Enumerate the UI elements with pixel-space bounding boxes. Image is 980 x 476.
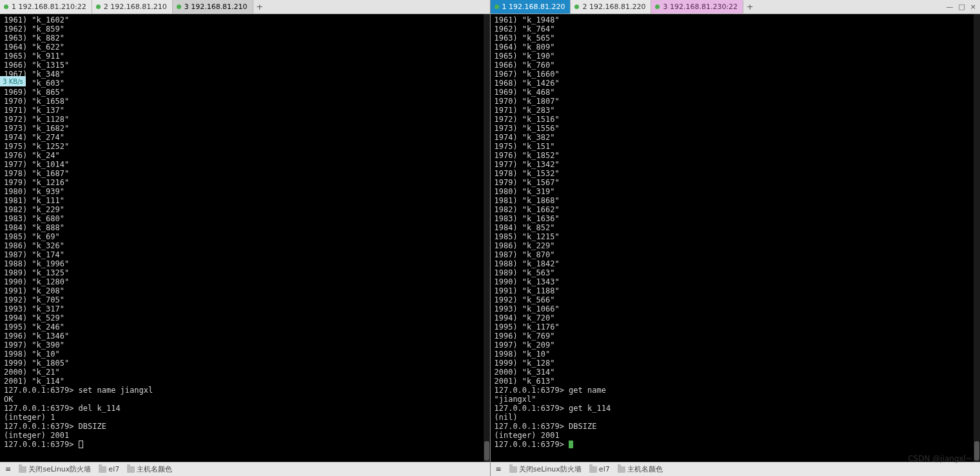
terminal-line: 1965) "k_911" xyxy=(4,52,490,61)
terminal-line: 1967) "k_348" xyxy=(4,70,490,79)
terminal-line: 1984) "k_888" xyxy=(4,223,490,232)
terminal-line: 1992) "k_705" xyxy=(4,295,490,304)
status-item[interactable]: el7 xyxy=(589,465,610,473)
terminal-line: 1973) "k_1682" xyxy=(4,124,490,133)
terminal-line: 1983) "k_680" xyxy=(4,214,490,223)
terminal-line: 1979) "k_1216" xyxy=(4,178,490,187)
terminal-line: 1999) "k_1805" xyxy=(4,359,490,368)
terminal-line: 1995) "k_246" xyxy=(4,322,490,332)
terminal-line: 1999) "k_128" xyxy=(495,359,981,368)
scrollbar[interactable] xyxy=(484,14,490,462)
terminal-line: 127.0.0.1:6379> get k_114 xyxy=(495,404,981,413)
tab-label: 3 192.168.81.210 xyxy=(184,3,248,11)
cursor-icon xyxy=(79,441,83,448)
hamburger-icon[interactable]: ≡ xyxy=(496,465,502,473)
tab-status-dot-icon xyxy=(655,5,660,9)
terminal-line: (integer) 1 xyxy=(4,413,490,422)
terminal-line: 1986) "k_326" xyxy=(4,241,490,250)
terminal-line: 1971) "k_283" xyxy=(495,106,981,115)
split-view: 1 192.168.81.210:222 192.168.81.2103 192… xyxy=(0,0,980,476)
tab[interactable]: 1 192.168.81.220 xyxy=(491,0,571,14)
folder-icon xyxy=(589,466,597,473)
terminal-line: 1977) "k_1014" xyxy=(4,160,490,169)
terminal-line: 1971) "k_137" xyxy=(4,106,490,115)
terminal-line: 1982) "k_229" xyxy=(4,205,490,214)
tab-label: 2 192.168.81.210 xyxy=(104,3,167,11)
tab-add-button[interactable]: + xyxy=(253,0,268,14)
folder-icon xyxy=(618,466,625,473)
tab-add-button[interactable]: + xyxy=(743,0,758,14)
terminal-line: 1994) "k_720" xyxy=(495,313,981,322)
pane-left: 1 192.168.81.210:222 192.168.81.2103 192… xyxy=(0,0,491,476)
terminal-line: 1986) "k_229" xyxy=(495,241,981,250)
hamburger-icon[interactable]: ≡ xyxy=(5,465,11,473)
terminal-line: 1972) "k_1516" xyxy=(495,115,981,124)
window-maximize-icon[interactable]: □ xyxy=(958,3,965,11)
terminal-line: 1996) "k_1346" xyxy=(4,332,490,341)
terminal-line: (integer) 2001 xyxy=(495,431,981,440)
terminal-line: 1984) "k_852" xyxy=(495,223,981,232)
terminal-line: 1962) "k_859" xyxy=(4,25,490,34)
folder-icon xyxy=(127,466,135,473)
scrollbar[interactable] xyxy=(974,14,980,462)
window-close-icon[interactable]: × xyxy=(970,3,976,11)
terminal-line: 1994) "k_529" xyxy=(4,313,490,322)
terminal-line: 1973) "k_1556" xyxy=(495,124,981,133)
cursor-icon xyxy=(569,441,573,448)
status-item[interactable]: el7 xyxy=(99,465,119,473)
terminal-line: 1968) "k_603" xyxy=(4,79,490,88)
pane-right: 1 192.168.81.2202 192.168.81.2203 192.16… xyxy=(491,0,981,476)
terminal-line: 1976) "k_24" xyxy=(4,151,490,160)
tab-status-dot-icon xyxy=(4,5,8,9)
terminal-line: 2001) "k_114" xyxy=(4,377,490,386)
tab-label: 3 192.168.81.230:22 xyxy=(663,3,738,11)
status-item[interactable]: 关闭seLinux防火墙 xyxy=(19,464,91,474)
terminal-line: 1982) "k_1662" xyxy=(495,205,981,214)
window-minimize-icon[interactable]: — xyxy=(946,3,953,11)
status-label: 关闭seLinux防火墙 xyxy=(519,464,582,474)
terminal-line: 1963) "k_565" xyxy=(495,34,981,43)
terminal-line: 1978) "k_1687" xyxy=(4,169,490,178)
tab[interactable]: 2 192.168.81.220 xyxy=(571,0,651,14)
terminal-line: 1993) "k_1066" xyxy=(495,304,981,313)
status-item[interactable]: 主机名颜色 xyxy=(618,464,663,474)
status-label: el7 xyxy=(599,465,610,473)
tab[interactable]: 3 192.168.81.210 xyxy=(173,0,253,14)
terminal-line: 1980) "k_319" xyxy=(495,187,981,196)
terminal-line: OK xyxy=(4,395,490,404)
terminal-line: 127.0.0.1:6379> del k_114 xyxy=(4,404,490,413)
terminal-line: 1970) "k_1658" xyxy=(4,97,490,106)
terminal-line: 2000) "k_21" xyxy=(4,368,490,377)
statusbar-right: ≡关闭seLinux防火墙el7主机名颜色 xyxy=(491,462,981,476)
tab-label: 2 192.168.81.220 xyxy=(582,3,645,11)
terminal-line: 1965) "k_190" xyxy=(495,52,981,61)
status-item[interactable]: 关闭seLinux防火墙 xyxy=(509,464,582,474)
tabbar-right: 1 192.168.81.2202 192.168.81.2203 192.16… xyxy=(491,0,981,14)
terminal-line: 1983) "k_1636" xyxy=(495,214,981,223)
terminal-line: 1978) "k_1532" xyxy=(495,169,981,178)
terminal-line: 1974) "k_274" xyxy=(4,133,490,142)
tab-label: 1 192.168.81.220 xyxy=(502,3,565,11)
tab[interactable]: 1 192.168.81.210:22 xyxy=(0,0,92,14)
terminal-left[interactable]: 1961) "k_1602"1962) "k_859"1963) "k_882"… xyxy=(0,14,490,462)
status-label: 主机名颜色 xyxy=(627,464,663,474)
terminal-line: 1963) "k_882" xyxy=(4,34,490,43)
scrollbar-thumb[interactable] xyxy=(484,441,489,461)
tab[interactable]: 3 192.168.81.230:22 xyxy=(651,0,743,14)
terminal-line: 1961) "k_1602" xyxy=(4,15,490,25)
tab-status-dot-icon xyxy=(574,5,579,9)
tab[interactable]: 2 192.168.81.210 xyxy=(92,0,173,14)
terminal-line: 1966) "k_1315" xyxy=(4,61,490,70)
tab-status-dot-icon xyxy=(495,5,499,9)
scrollbar-thumb[interactable] xyxy=(974,441,979,461)
terminal-line: 127.0.0.1:6379> xyxy=(4,440,490,449)
status-label: 主机名颜色 xyxy=(137,464,172,474)
tabbar-left: 1 192.168.81.210:222 192.168.81.2103 192… xyxy=(0,0,490,14)
terminal-right[interactable]: 1961) "k_1948"1962) "k_764"1963) "k_565"… xyxy=(491,14,981,462)
status-item[interactable]: 主机名颜色 xyxy=(127,464,172,474)
terminal-line: 1969) "k_865" xyxy=(4,88,490,97)
terminal-line: 127.0.0.1:6379> DBSIZE xyxy=(495,422,981,431)
terminal-line: 1987) "k_174" xyxy=(4,250,490,259)
terminal-line: 1996) "k_769" xyxy=(495,332,981,341)
terminal-line: 1997) "k_390" xyxy=(4,341,490,350)
